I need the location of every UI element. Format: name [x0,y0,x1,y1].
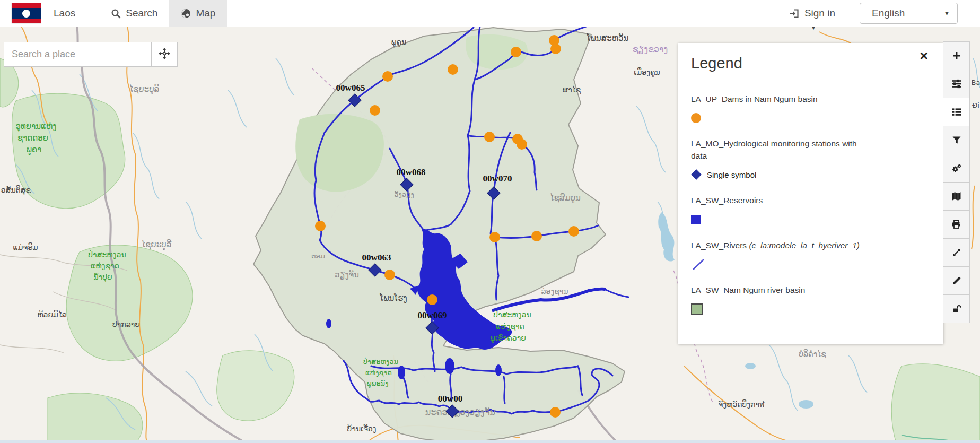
locate-button[interactable] [151,42,177,66]
tab-map[interactable]: Map [169,0,227,27]
map-place-label: ນ້ຳປຸຍ [93,273,112,282]
map-place-label: ບ້ານເຈື່ອງ [347,424,376,433]
map-place-label: ໄຊຍະບູລີ [142,239,172,250]
map-place-label: ພູພະນັງ [367,379,389,388]
plus-button[interactable] [943,41,970,70]
map-place-label: ພູເຂົາຄວາຍ [490,334,526,343]
map-place-label: ພູຄາ [27,145,42,155]
dam-circle-symbol [691,113,701,123]
filter-button[interactable] [943,126,970,154]
bottom-strip [0,440,980,443]
dam-marker[interactable] [448,64,458,75]
sign-in-icon [790,8,800,19]
station-id-label: 00w069 [418,310,447,320]
map-place-label: ເມືອງຄູນ [634,67,660,77]
navbar-right: Sign in ▼ English ▼ [790,0,980,27]
tab-search[interactable]: Search [99,0,169,27]
dam-marker[interactable] [489,232,500,242]
unlock-button[interactable] [943,294,970,323]
map-place-label: ປ່າສະຫງວນ [88,250,126,259]
map-place-label: ໂພນໂຮງ [379,293,407,303]
station-id-label: 00w065 [336,83,365,93]
map-place-label: ອສັນຕິສຸຂ [1,185,31,195]
map-place-label: ນະຄອນຫຼວງວຽງຈັນ [425,407,495,417]
station-id-label: 00w063 [362,253,391,263]
close-icon[interactable]: ✕ [919,50,929,62]
map-place-label: ຫ້ວຍມີໄລ [37,310,67,319]
basin-square-symbol [691,303,703,315]
dam-marker[interactable] [568,226,579,237]
map-place-label: ແຫ່ງຊາດ [91,262,119,271]
station-diamond-symbol [691,170,702,180]
sign-in-label: Sign in [804,7,835,19]
app-root: Laos Search Map Sign in ▼ [0,0,980,443]
globe-icon [181,8,191,19]
language-select[interactable]: English ▼ [860,3,958,24]
map-place-label: ໄຊຍະບູລີ [129,84,160,94]
map-place-label: ແຫ່ງຊາດ [496,322,524,331]
map-place-label: ອຸທຍານແຫ່ງ [16,121,57,132]
basemap-button[interactable] [943,182,970,211]
station-id-label: 00w068 [397,167,426,177]
layers-sliders-icon [951,79,962,89]
navbar-left: Laos Search Map [0,0,227,27]
map-place-label: Ba [972,79,980,86]
legend-item-label: LA_MO_Hydrological monitoring stations w… [691,138,866,162]
dam-marker[interactable] [370,105,380,116]
legend-item-stations: LA_MO_Hydrological monitoring stations w… [691,138,931,180]
legend-item-note: (c_la:modele_la_t_hyeriver_1) [749,241,860,250]
dam-marker[interactable] [427,294,438,305]
legend-item-label: LA_SW_Nam Ngum river basin [691,284,866,296]
tab-search-label: Search [126,7,158,19]
search-input[interactable] [4,42,151,66]
dam-marker[interactable] [550,407,561,418]
map-place-label: ປາກລາຍ [112,320,140,328]
printer-icon [951,219,962,230]
map-place-label: ຕອມ [311,252,325,260]
station-id-label: 00w070 [483,173,512,184]
place-search-box [4,42,178,67]
dam-marker[interactable] [315,221,326,231]
map-place-label: ຈັງຫວັດບຶງກາฬ [718,399,765,409]
tab-map-label: Map [196,7,215,19]
map-place-label: ບໍລິຄຳໄຊ [799,349,826,359]
fullscreen-button[interactable] [943,238,970,267]
map-place-label: ຊຽງຂວາງ [633,44,668,54]
settings-button[interactable] [943,154,970,183]
map-toolbar [943,41,970,323]
map-place-label: ພູຄູນ [391,38,406,47]
sign-in-button[interactable]: Sign in ▼ [790,7,839,19]
legend-list-button[interactable] [943,98,970,126]
top-navbar: Laos Search Map Sign in ▼ [0,0,980,27]
map-place-label: ແມ່ຈຣິມ [13,242,38,251]
map-place-label: ປ່າສະຫງວນ [363,357,398,366]
laos-flag-logo [12,3,41,23]
legend-item-basin: LA_SW_Nam Ngum river basin [691,284,931,315]
dam-marker[interactable] [384,270,395,280]
dam-marker[interactable] [550,44,561,54]
map-place-label: ລ່ອງຊານ [541,287,568,296]
legend-panel: Legend ✕ LA_UP_Dams in Nam Ngum basin LA… [678,43,943,344]
print-button[interactable] [943,210,970,239]
dam-marker[interactable] [517,139,527,150]
dam-marker[interactable] [484,132,495,142]
legend-list-icon [951,107,962,117]
sign-in-caret-icon[interactable]: ▼ [811,25,816,31]
layer-opacity-button[interactable] [943,70,970,98]
dam-marker[interactable] [531,231,542,241]
dam-marker[interactable] [382,71,393,82]
unlock-icon [951,303,962,314]
map-place-label: ແຫ່ງຊາດ [365,369,392,377]
map-place-label: ຊາດດອຍ [18,133,48,143]
map-place-label: ຜາໄຊ [563,85,581,94]
map-place-label: Đi [972,101,979,109]
station-id-label: 00w00 [438,394,462,404]
dam-marker[interactable] [511,47,521,57]
legend-item-dams: LA_UP_Dams in Nam Ngum basin [691,93,931,124]
legend-title: Legend [691,55,931,72]
map-place-label: ໂພນສະຫວັນ [587,33,629,43]
legend-item-label: LA_UP_Dams in Nam Ngum basin [691,93,866,105]
draw-button[interactable] [943,266,970,295]
legend-item-rivers: LA_SW_Rivers (c_la:modele_la_t_hyeriver_… [691,240,931,270]
map-place-label: ປ່າສະຫງວນ [493,310,531,319]
